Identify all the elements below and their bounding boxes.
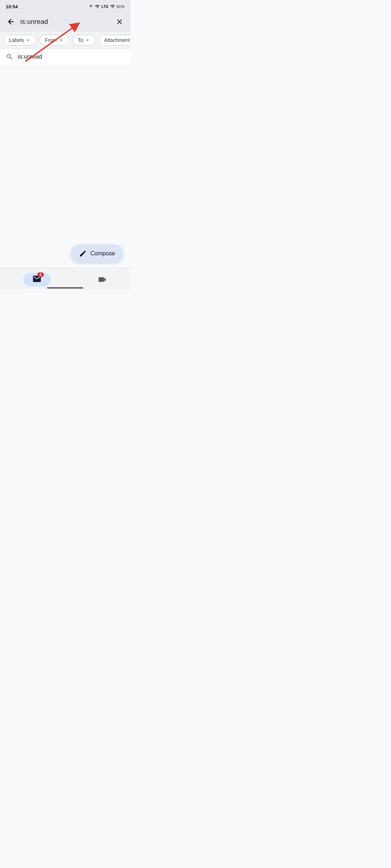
from-chip-label: From (45, 37, 57, 43)
mail-icon-wrapper: 6 (32, 274, 42, 284)
mail-badge: 6 (37, 272, 44, 277)
home-indicator (47, 287, 83, 289)
battery-level: 61% (117, 4, 125, 9)
to-dropdown-icon (85, 37, 91, 43)
compose-label: Compose (91, 250, 115, 257)
status-time: 10:54 (6, 4, 18, 9)
status-icons: LTE 61% (88, 4, 125, 9)
search-header: is:unread (0, 12, 130, 32)
labels-chip-label: Labels (9, 37, 24, 43)
nav-meet[interactable] (97, 275, 107, 284)
back-arrow-icon (7, 18, 15, 26)
search-icon (6, 53, 13, 60)
status-bar: 10:54 LTE 61% (0, 0, 130, 12)
lte-label: LTE (101, 5, 109, 9)
filter-chips-bar: Labels From To Attachment D (0, 32, 130, 49)
search-suggestion-row[interactable]: is:unread (0, 49, 130, 65)
search-suggestion-text: is:unread (18, 54, 42, 60)
labels-filter-chip[interactable]: Labels (4, 35, 37, 46)
compose-icon (79, 250, 87, 258)
close-icon (115, 18, 123, 26)
from-filter-chip[interactable]: From (39, 35, 70, 46)
to-filter-chip[interactable]: To (72, 35, 96, 46)
wifi-icon (95, 4, 100, 9)
to-chip-label: To (78, 37, 83, 43)
nav-mail[interactable]: 6 (24, 273, 50, 286)
attachment-chip-label: Attachment (104, 37, 130, 43)
labels-dropdown-icon (25, 37, 31, 43)
compose-fab[interactable]: Compose (71, 244, 123, 263)
meet-icon (97, 275, 107, 284)
clear-search-button[interactable] (113, 15, 126, 28)
bottom-nav: 6 (0, 268, 130, 289)
search-query-text: is:unread (20, 18, 110, 26)
main-content-area (0, 65, 130, 263)
nav-mail-highlight: 6 (24, 273, 50, 286)
phone-wifi-icon (88, 4, 93, 9)
attachment-filter-chip[interactable]: Attachment (99, 35, 130, 46)
signal-icon (110, 4, 115, 9)
from-dropdown-icon (58, 37, 64, 43)
back-button[interactable] (4, 15, 17, 28)
